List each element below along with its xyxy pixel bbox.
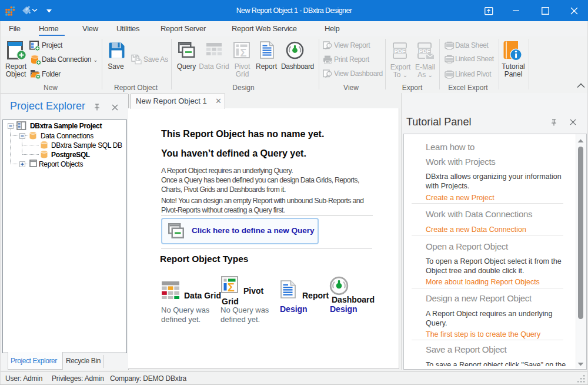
- svg-text:Σ: Σ: [240, 47, 247, 59]
- svg-text:Σ: Σ: [228, 281, 235, 293]
- svg-text:PDF: PDF: [395, 48, 406, 54]
- svg-text:PDF: PDF: [419, 48, 430, 54]
